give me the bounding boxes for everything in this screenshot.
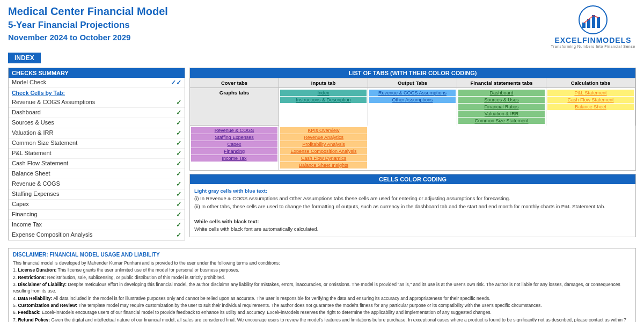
logo-tagline: Transforming Numbers Into Financial Sens… <box>550 45 636 48</box>
disclaimer-item: 1. License Duration: This license grants… <box>13 267 631 273</box>
inputs-col-header: Inputs tab <box>279 78 368 88</box>
disclaimer-num: 3. <box>13 282 17 287</box>
check-item-row: Capex✓ <box>9 200 185 210</box>
output-col: DashboardSources & UsesFinancial RatiosV… <box>457 88 546 126</box>
disclaimer-bold: Customization and Review: <box>18 303 77 308</box>
check-item-value: ✓ <box>176 140 181 147</box>
check-item-row: Expense Composition Analysis✓ <box>9 230 185 240</box>
check-item-label: Financing <box>12 211 38 218</box>
check-item-value: ✓ <box>176 211 181 218</box>
calculation-tab-item[interactable]: Financing <box>191 148 277 155</box>
white-text-label: While cells with black text: <box>194 218 259 224</box>
financial-col: P&L StatementCash Flow StatementBalance … <box>546 88 635 126</box>
cover-tab-item[interactable]: Instructions & Description <box>280 97 367 103</box>
tabs-grid: Cover tabs Inputs tab Output Tabs Financ… <box>190 78 635 170</box>
disclaimer-item: 7. Refund Policy: Given the digital and … <box>13 317 631 323</box>
date-range: November 2024 to October 2029 <box>8 33 168 42</box>
financial-tab-item[interactable]: P&L Statement <box>547 90 634 96</box>
check-item-value: ✓ <box>176 109 181 116</box>
check-item-label: Expense Composition Analysis <box>12 231 92 239</box>
calculation-tab-item[interactable]: Income Tax <box>191 155 277 162</box>
check-item-value: ✓ <box>176 180 181 188</box>
check-item-row: Staffing Expenses✓ <box>9 189 185 200</box>
inputs-tab-item[interactable]: Other Assumptions <box>369 97 456 103</box>
check-item-value: ✓ <box>176 99 181 106</box>
right-panel: LIST OF TABS (WITH THEIR COLOR CODING) C… <box>189 68 636 244</box>
svg-rect-4 <box>597 17 600 28</box>
graphs-col: KPIs OverviewRevenue AnalyticsProfitabil… <box>279 126 368 170</box>
disclaimer-box: DISCLAIMER: FINANCIAL MODEL USAGE AND LI… <box>8 248 636 322</box>
check-item-value: ✓ <box>176 170 181 178</box>
check-item-value: ✓ <box>176 119 181 127</box>
check-item-value: ✓ <box>176 160 181 167</box>
left-panel: CHECKS SUMMARY Model Check ✓✓ Check Cell… <box>8 68 185 244</box>
check-item-label: Income Tax <box>12 221 42 229</box>
disclaimer-bold: Restrictions: <box>18 275 46 280</box>
check-item-label: Sources & Uses <box>12 119 54 127</box>
disclaimer-text: The template model may require customiza… <box>77 303 542 308</box>
index-label: INDEX <box>8 53 41 63</box>
white-text-desc: White cells with black font are automati… <box>194 225 631 233</box>
checks-items-container: Revenue & COGS Assumptions✓Dashboard✓Sou… <box>9 98 185 240</box>
disclaimer-header: DISCLAIMER: FINANCIAL MODEL USAGE AND LI… <box>13 252 631 258</box>
output-tab-item[interactable]: Common Size Statement <box>458 118 545 124</box>
calculation-tab-item[interactable]: Capex <box>191 141 277 148</box>
disclaimer-num: 6. <box>13 310 17 315</box>
financial-tab-item[interactable]: Balance Sheet <box>547 104 634 110</box>
check-cells-subheader: Check Cells by Tab: <box>9 88 185 98</box>
graphs-tab-item[interactable]: Balance Sheet Insights <box>280 162 367 169</box>
check-item-row: Sources & Uses✓ <box>9 118 185 128</box>
check-item-value: ✓ <box>176 231 181 239</box>
disclaimer-bold: Refund Policy: <box>18 317 50 323</box>
calculation-col: Revenue & COGSStaffing ExpensesCapexFina… <box>190 126 279 170</box>
disclaimer-text: All data included in the model is for il… <box>52 296 490 301</box>
page-container: Medical Center Financial Model 5-Year Fi… <box>0 0 644 322</box>
main-content: CHECKS SUMMARY Model Check ✓✓ Check Cell… <box>8 68 636 244</box>
cover-tab-item[interactable]: Index <box>280 90 367 96</box>
check-item-row: Balance Sheet✓ <box>9 169 185 179</box>
disclaimer-items: 1. License Duration: This license grants… <box>13 267 631 322</box>
graphs-tab-item[interactable]: Expense Composition Analysis <box>280 148 367 155</box>
disclaimer-num: 5. <box>13 303 17 308</box>
disclaimer-bold: Disclaimer of Liability: <box>18 282 67 287</box>
calculation-tab-item[interactable]: Revenue & COGS <box>191 127 277 134</box>
inputs-tab-item[interactable]: Revenue & COGS Assumptions <box>369 90 456 96</box>
check-item-value: ✓ <box>176 221 181 229</box>
disclaimer-text: Despite meticulous effort in developing … <box>13 282 620 294</box>
disclaimer-content: This financial model is developed by Mah… <box>13 260 631 322</box>
model-check-row: Model Check ✓✓ <box>9 78 185 88</box>
disclaimer-item: 3. Disclaimer of Liability: Despite meti… <box>13 281 631 295</box>
disclaimer-num: 7. <box>13 317 17 323</box>
check-item-row: Revenue & COGS Assumptions✓ <box>9 98 185 108</box>
output-tab-item[interactable]: Financial Ratios <box>458 104 545 110</box>
sub-title: 5-Year Financial Projections <box>8 20 168 31</box>
disclaimer-text: This license grants the user unlimited u… <box>56 267 239 273</box>
check-item-label: Cash Flow Statement <box>12 160 68 167</box>
output-tab-item[interactable]: Sources & Uses <box>458 97 545 103</box>
model-check-value: ✓✓ <box>171 79 181 86</box>
check-item-label: Capex <box>12 201 29 208</box>
financial-tab-item[interactable]: Cash Flow Statement <box>547 97 634 103</box>
disclaimer-text: Given the digital and intellectual natur… <box>13 317 626 323</box>
disclaimer-num: 1. <box>13 267 17 273</box>
graphs-tab-item[interactable]: KPIs Overview <box>280 127 367 134</box>
graphs-tab-item[interactable]: Profitability Analysis <box>280 141 367 148</box>
calculation-tab-item[interactable]: Staffing Expenses <box>191 134 277 141</box>
disclaimer-item: 5. Customization and Review: The templat… <box>13 302 631 309</box>
graphs-tab-item[interactable]: Revenue Analytics <box>280 134 367 141</box>
disclaimer-item: 6. Feedback: ExcelFinModels encourage us… <box>13 309 631 316</box>
check-item-value: ✓ <box>176 201 181 208</box>
disclaimer-item: 4. Data Reliability: All data included i… <box>13 295 631 302</box>
tabs-header: LIST OF TABS (WITH THEIR COLOR CODING) <box>190 68 635 78</box>
tabs-box: LIST OF TABS (WITH THEIR COLOR CODING) C… <box>189 68 636 171</box>
disclaimer-text: ExcelFinModels encourage users of our fi… <box>41 310 492 315</box>
inputs-col: Revenue & COGS AssumptionsOther Assumpti… <box>368 88 457 126</box>
check-item-row: Dashboard✓ <box>9 108 185 118</box>
output-tab-item[interactable]: Dashboard <box>458 90 545 96</box>
graphs-tab-item[interactable]: Cash Flow Dynamics <box>280 155 367 162</box>
calculation-col-header: Calculation tabs <box>546 78 635 88</box>
graphs-col-header: Graphs tabs <box>190 88 279 126</box>
logo-icon <box>577 5 609 35</box>
cover-col-header: Cover tabs <box>190 78 279 88</box>
output-tab-item[interactable]: Valuation & IRR <box>458 111 545 117</box>
